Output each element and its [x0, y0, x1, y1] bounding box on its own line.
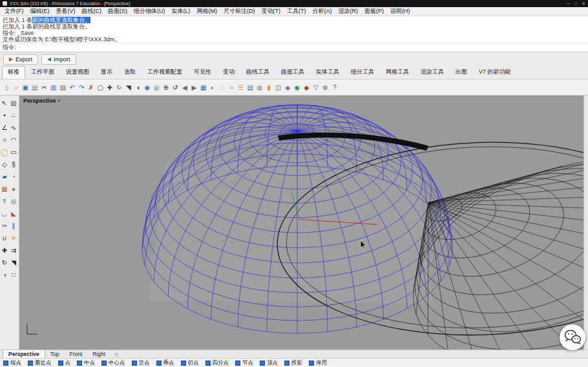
- right-panel-strip[interactable]: [583, 96, 588, 350]
- menu-edit[interactable]: 编辑(E): [27, 7, 53, 16]
- menu-curve[interactable]: 曲线(C): [79, 7, 105, 16]
- toolbar-icon-options[interactable]: ⊚: [320, 83, 330, 92]
- osnap-toggle-project[interactable]: 投影: [284, 359, 302, 367]
- tab-render-tools[interactable]: 渲染工具: [415, 66, 450, 79]
- sidebar-tool-icon-select[interactable]: ↖: [0, 97, 9, 109]
- sidebar-tool-icon-explode[interactable]: ✳: [9, 232, 18, 244]
- toolbar-icon-open-file[interactable]: ▱: [12, 83, 21, 92]
- toolbar-icon-copy-clipboard[interactable]: ▥: [49, 83, 59, 92]
- sidebar-tool-icon-helix[interactable]: §: [9, 158, 18, 171]
- sidebar-tool-icon-rotate[interactable]: ↻: [0, 257, 9, 269]
- viewport-tab-front[interactable]: Front: [64, 350, 87, 358]
- toolbar-icon-selection-filter[interactable]: ▽: [311, 83, 321, 92]
- tab-transform[interactable]: 变动: [217, 66, 240, 79]
- checkbox-icon[interactable]: [235, 361, 240, 366]
- menu-tools[interactable]: 工具(T): [284, 7, 310, 16]
- toolbar-icon-mirror[interactable]: ◑: [133, 83, 143, 92]
- menu-view[interactable]: 查看(V): [53, 7, 79, 16]
- osnap-toggle-disable[interactable]: 停用: [309, 359, 327, 367]
- tab-drafting[interactable]: 出图: [450, 66, 473, 79]
- sidebar-tool-icon-copy[interactable]: ⇉: [9, 244, 18, 257]
- menu-analyze[interactable]: 分析(A): [310, 7, 335, 16]
- toolbar-icon-gumball[interactable]: ◉: [293, 83, 302, 92]
- osnap-toggle-near[interactable]: 最近点: [28, 359, 52, 367]
- toolbar-icon-layers[interactable]: ☰: [236, 83, 246, 92]
- tab-set-view[interactable]: 设置视图: [60, 66, 95, 79]
- checkbox-icon[interactable]: [156, 361, 162, 366]
- tab-surface-tools[interactable]: 曲面工具: [275, 66, 310, 79]
- toolbar-icon-undo-view[interactable]: ◀: [180, 83, 190, 92]
- wechat-icon[interactable]: [560, 324, 585, 350]
- toolbar-icon-wireframe-mode[interactable]: ○: [227, 83, 236, 92]
- menu-subd[interactable]: 细分物体(U): [131, 7, 169, 16]
- menu-render[interactable]: 渲染(R): [335, 7, 362, 16]
- checkbox-icon[interactable]: [101, 361, 107, 366]
- osnap-toggle-vertex[interactable]: 顶点: [260, 359, 278, 367]
- checkbox-icon[interactable]: [205, 361, 211, 366]
- sidebar-tool-icon-point[interactable]: •: [0, 109, 9, 121]
- import-button[interactable]: Import: [41, 54, 76, 65]
- menu-panels[interactable]: 面板(P): [361, 7, 387, 16]
- osnap-toggle-tan[interactable]: 切点: [181, 359, 199, 367]
- checkbox-icon[interactable]: [28, 361, 33, 366]
- toolbar-icon-redo-view[interactable]: ▶: [189, 83, 199, 92]
- sidebar-tool-icon-split[interactable]: ∥: [9, 220, 18, 232]
- sidebar-tool-icon-fillet[interactable]: ◡: [0, 207, 9, 220]
- menu-surface[interactable]: 曲面(S): [105, 7, 131, 16]
- viewport-layout-icon[interactable]: ◇: [110, 350, 122, 358]
- checkbox-icon[interactable]: [309, 361, 314, 366]
- menu-solid[interactable]: 实体(L): [169, 7, 194, 16]
- tab-viewport-layout[interactable]: 工作视窗配置: [142, 66, 188, 79]
- tab-standard[interactable]: 标准: [2, 66, 25, 79]
- toolbar-icon-delete[interactable]: ✗: [87, 83, 96, 92]
- tab-curve-tools[interactable]: 曲线工具: [240, 66, 275, 79]
- toolbar-icon-object-snap[interactable]: ◈: [283, 83, 293, 92]
- toolbar-icon-paste[interactable]: ▨: [58, 83, 68, 92]
- osnap-toggle-cen[interactable]: 中心点: [101, 359, 125, 367]
- sidebar-tool-icon-polyline[interactable]: ∠: [0, 121, 9, 134]
- checkbox-icon[interactable]: [58, 361, 63, 366]
- maximize-button[interactable]: □: [574, 1, 577, 6]
- osnap-toggle-int[interactable]: 交点: [132, 359, 150, 367]
- menu-transform[interactable]: 变动(T): [258, 7, 284, 16]
- toolbar-icon-select-all[interactable]: ▢: [96, 83, 105, 92]
- sidebar-tool-icon-selection-filter[interactable]: ▧: [9, 97, 18, 109]
- toolbar-icon-ghosted-mode[interactable]: ◌: [218, 83, 227, 92]
- osnap-toggle-perp[interactable]: 垂点: [156, 359, 174, 367]
- toolbar-icon-save-file[interactable]: ▣: [21, 83, 30, 92]
- checkbox-icon[interactable]: [77, 361, 82, 366]
- viewport-tab-perspective[interactable]: Perspective: [3, 350, 45, 358]
- sidebar-tool-icon-rectangle[interactable]: ▭: [9, 146, 18, 158]
- tab-v7-new[interactable]: V7 的新功能: [473, 66, 517, 79]
- menu-file[interactable]: 文件(F): [1, 7, 27, 16]
- toolbar-icon-zoom-extents[interactable]: ◉: [143, 83, 152, 92]
- sidebar-tool-icon-free-curve[interactable]: ∿: [9, 121, 18, 134]
- sidebar-tool-icon-extrude[interactable]: ⇑: [0, 195, 9, 207]
- tab-visibility[interactable]: 可见性: [188, 66, 217, 79]
- minimize-button[interactable]: ─: [567, 1, 570, 6]
- sidebar-tool-icon-circle[interactable]: ○: [0, 134, 9, 146]
- toolbar-icon-scale[interactable]: ◥: [124, 83, 134, 92]
- sidebar-tool-icon-join[interactable]: ∪: [0, 232, 9, 244]
- sidebar-tool-icon-trim[interactable]: ✂: [0, 220, 9, 232]
- tab-solid-tools[interactable]: 实体工具: [310, 66, 345, 79]
- sidebar-tool-icon-pipe[interactable]: ◎: [9, 195, 18, 207]
- toolbar-icon-four-views[interactable]: ▦: [199, 83, 209, 92]
- toolbar-icon-hide-objects[interactable]: ◍: [255, 83, 265, 92]
- toolbar-icon-zoom-window[interactable]: ◎: [152, 83, 162, 92]
- chevron-down-icon[interactable]: ▾: [58, 98, 61, 103]
- menu-dimension[interactable]: 尺寸标注(D): [220, 7, 258, 16]
- sidebar-tool-icon-array[interactable]: ∷: [9, 269, 18, 281]
- sidebar-tool-icon-scale[interactable]: ◥: [9, 257, 18, 269]
- osnap-toggle-knot[interactable]: 节点: [235, 359, 253, 367]
- menu-help[interactable]: 说明(H): [387, 7, 414, 16]
- checkbox-icon[interactable]: [284, 361, 289, 366]
- osnap-toggle-quad[interactable]: 四分点: [205, 359, 229, 367]
- toolbar-icon-shaded-mode[interactable]: ◐: [208, 83, 218, 92]
- toolbar-icon-pan-view[interactable]: ⊕: [162, 83, 171, 92]
- sidebar-tool-icon-point-cloud[interactable]: ∴: [9, 109, 18, 121]
- sidebar-tool-icon-ellipse[interactable]: ◯: [0, 146, 9, 158]
- viewport-tab-right[interactable]: Right: [87, 350, 110, 358]
- export-button[interactable]: Export: [3, 54, 38, 65]
- osnap-toggle-end[interactable]: 端点: [3, 359, 21, 367]
